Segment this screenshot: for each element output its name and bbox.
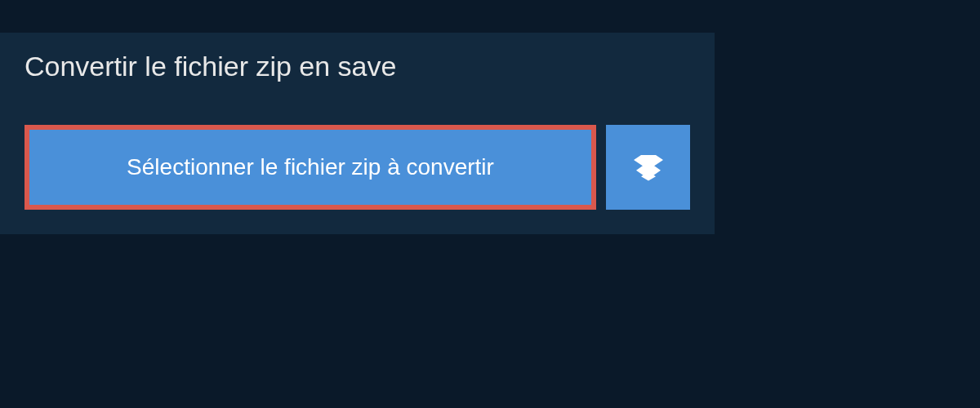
select-file-label: Sélectionner le fichier zip à convertir bbox=[127, 154, 494, 180]
dropbox-icon bbox=[634, 153, 663, 182]
button-row: Sélectionner le fichier zip à convertir bbox=[0, 100, 715, 234]
select-file-button[interactable]: Sélectionner le fichier zip à convertir bbox=[24, 125, 596, 210]
converter-panel: Convertir le fichier zip en save Sélecti… bbox=[0, 33, 715, 234]
dropbox-button[interactable] bbox=[606, 125, 690, 210]
page-title: Convertir le fichier zip en save bbox=[0, 33, 502, 100]
